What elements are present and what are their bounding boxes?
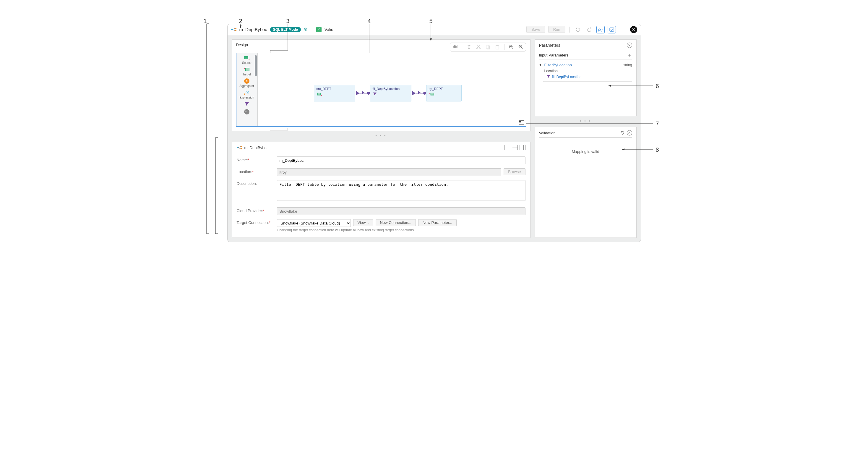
palette-item-source[interactable]: Source <box>242 55 251 64</box>
palette-more-icon[interactable]: ⋯ <box>244 109 249 115</box>
view-connection-button[interactable]: View... <box>353 219 373 226</box>
svg-line-38 <box>521 48 523 49</box>
new-parameter-button[interactable]: New Parameter... <box>418 219 457 226</box>
palette-item-filter[interactable] <box>244 101 250 107</box>
callout-7: 7 <box>656 120 659 127</box>
transformation-palette: Source Target Σ Aggregator <box>237 53 258 126</box>
link-input-port[interactable] <box>423 92 426 95</box>
close-parameters-icon[interactable]: ✕ <box>627 42 632 48</box>
add-parameter-icon[interactable]: ＋ <box>627 52 632 58</box>
new-connection-button[interactable]: New Connection... <box>376 219 416 226</box>
view-side-icon[interactable] <box>520 145 525 150</box>
separator <box>569 27 570 33</box>
parameters-toggle-icon[interactable]: (x) <box>596 26 605 33</box>
target-icon <box>429 92 459 97</box>
run-button[interactable]: Run <box>548 26 565 33</box>
valid-check-icon: ✓ <box>316 27 321 32</box>
palette-scrollbar[interactable] <box>255 55 257 76</box>
panel-resize-handle[interactable]: • • • <box>535 120 637 123</box>
cloud-provider-input <box>277 207 525 215</box>
svg-rect-20 <box>610 28 614 31</box>
svg-rect-26 <box>456 47 457 48</box>
svg-rect-31 <box>496 45 499 49</box>
link-output-port[interactable] <box>356 91 360 95</box>
node-label: src_DEPT <box>316 87 352 90</box>
palette-item-expression[interactable]: f(x) Expression <box>239 90 254 99</box>
location-label: Location: <box>237 170 252 174</box>
svg-rect-18 <box>235 28 237 29</box>
target-connection-hint: Changing the target connection here will… <box>277 228 525 232</box>
mapping-title: m_DeptByLoc <box>239 27 267 32</box>
parameter-name[interactable]: FilterByLocation <box>544 63 571 67</box>
link-arrow-outline <box>362 91 364 94</box>
cut-icon[interactable] <box>476 45 481 50</box>
arrange-icon[interactable] <box>453 45 458 50</box>
description-input[interactable] <box>277 180 525 201</box>
view-single-icon[interactable] <box>504 145 510 150</box>
callout-8: 8 <box>656 146 659 153</box>
svg-rect-30 <box>487 46 490 49</box>
refresh-icon[interactable] <box>620 130 625 136</box>
save-button[interactable]: Save <box>526 26 545 33</box>
svg-rect-46 <box>237 147 238 148</box>
aggregator-icon: Σ <box>244 78 250 84</box>
canvas-container: Source Target Σ Aggregator <box>236 53 526 126</box>
palette-label: Source <box>242 61 251 64</box>
close-validation-icon[interactable]: ✕ <box>627 130 632 136</box>
undo-icon[interactable] <box>574 26 582 33</box>
zoom-out-icon[interactable] <box>518 45 523 50</box>
node-tgt-dept[interactable]: tgt_DEPT <box>426 85 462 101</box>
palette-label: Target <box>243 73 251 76</box>
svg-rect-24 <box>453 47 454 48</box>
svg-rect-21 <box>453 45 454 46</box>
delete-icon[interactable] <box>466 45 472 50</box>
palette-item-aggregator[interactable]: Σ Aggregator <box>239 78 254 88</box>
chevron-down-icon: ▼ <box>539 63 542 66</box>
link-arrow-outline <box>418 91 421 94</box>
node-fil-deptbylocation[interactable]: fil_DeptByLocation <box>370 85 411 101</box>
validation-toggle-icon[interactable] <box>608 26 616 33</box>
browse-button[interactable]: Browse <box>504 168 525 175</box>
parameter-usage[interactable]: fil_DeptByLocation <box>547 75 632 79</box>
svg-rect-17 <box>231 29 232 30</box>
target-connection-select[interactable]: Snowflake (Snowflake Data Cloud) <box>277 219 351 227</box>
copy-icon[interactable] <box>485 45 491 50</box>
properties-title: m_DeptByLoc <box>244 146 269 150</box>
name-input[interactable] <box>277 156 525 164</box>
target-connection-label: Target Connection: <box>237 221 269 225</box>
parameter-row[interactable]: ▼ FilterByLocation string <box>539 63 632 67</box>
svg-rect-29 <box>486 45 489 48</box>
mapping-canvas[interactable]: src_DEPT f <box>258 53 526 126</box>
design-title: Design <box>236 42 248 47</box>
redo-icon[interactable] <box>585 26 593 33</box>
zoom-in-icon[interactable] <box>508 45 514 50</box>
overview-toggle[interactable] <box>519 120 524 124</box>
svg-line-34 <box>512 48 513 49</box>
view-split-icon[interactable] <box>512 145 518 150</box>
target-icon <box>244 67 250 72</box>
palette-label: Aggregator <box>239 84 254 88</box>
svg-rect-48 <box>241 148 242 149</box>
close-button[interactable]: ✕ <box>630 26 637 33</box>
paste-icon[interactable] <box>495 45 500 50</box>
parameter-usage-label: fil_DeptByLocation <box>552 75 582 79</box>
svg-text:Σ: Σ <box>246 79 248 83</box>
node-label: tgt_DEPT <box>429 87 459 90</box>
separator <box>312 27 312 33</box>
palette-item-target[interactable]: Target <box>243 67 251 76</box>
source-icon <box>244 55 250 61</box>
svg-rect-22 <box>455 45 456 46</box>
node-src-dept[interactable]: src_DEPT <box>314 85 355 101</box>
input-parameters-title: Input Parameters <box>539 53 569 57</box>
panel-resize-handle[interactable]: • • • <box>232 135 530 138</box>
svg-rect-25 <box>455 47 456 48</box>
description-label: Description: <box>237 181 257 186</box>
filter-icon <box>244 101 250 107</box>
cloud-provider-label: Cloud Provider: <box>237 208 263 213</box>
link-input-port[interactable] <box>367 92 370 95</box>
snowflake-icon: ❄ <box>304 27 308 32</box>
more-menu-icon[interactable]: ⋮ <box>619 26 627 33</box>
app-window: m_DeptByLoc SQL ELT Mode ❄ ✓ Valid Save … <box>227 24 641 242</box>
palette-label: Expression <box>239 96 254 99</box>
link-output-port[interactable] <box>412 91 415 95</box>
